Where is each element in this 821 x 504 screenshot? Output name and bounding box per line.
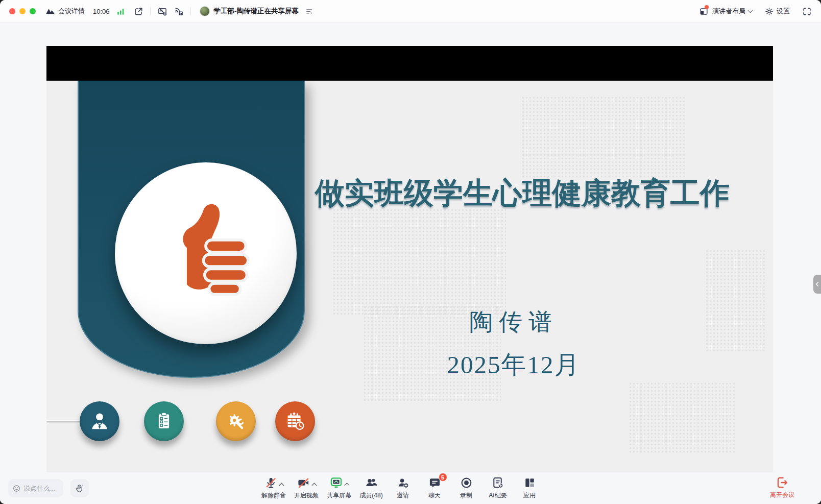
invite-label: 邀请 (397, 491, 409, 500)
share-screen-button[interactable]: 共享屏幕 (327, 476, 351, 500)
toolbar-center-buttons: 解除静音 开启视频 共享屏幕 成员(48) (261, 476, 541, 500)
smiley-icon[interactable] (12, 484, 21, 493)
raise-hand-icon (75, 483, 85, 493)
members-label: 成员(48) (359, 491, 382, 500)
apps-label: 应用 (523, 491, 536, 500)
gear-wrench-icon (224, 410, 248, 433)
invite-icon (397, 476, 409, 489)
quick-message-box[interactable] (8, 479, 63, 497)
record-icon (460, 476, 473, 489)
sharing-status-text: 学工部-陶传谱正在共享屏幕 (214, 7, 299, 16)
slide-title: 做实班级学生心理健康教育工作 (315, 174, 730, 213)
person-icon (88, 410, 111, 433)
leave-meeting-button[interactable]: 离开会议 (766, 476, 799, 499)
leave-meeting-label: 离开会议 (770, 491, 794, 499)
worldmap-dot-pattern (629, 382, 736, 453)
calendar-clock-icon (283, 410, 307, 433)
members-button[interactable]: 成员(48) (359, 476, 383, 500)
chat-button[interactable]: 5 聊天 (423, 476, 446, 500)
network-signal-icon (116, 7, 126, 16)
worldmap-dot-pattern (332, 208, 506, 316)
thumbs-up-icon (150, 198, 261, 309)
fullscreen-icon[interactable] (802, 7, 812, 16)
leave-meeting-icon (776, 476, 789, 489)
gear-icon (764, 7, 774, 16)
share-screen-label: 共享屏幕 (327, 491, 351, 500)
close-window-button[interactable] (9, 8, 15, 14)
meeting-timer: 10:06 (93, 8, 110, 15)
share-options-chevron[interactable] (344, 483, 349, 488)
person-feature-badge (80, 401, 119, 441)
ai-minutes-label: AI纪要 (489, 491, 506, 500)
apps-button[interactable]: 应用 (518, 476, 541, 500)
worldmap-dot-pattern (521, 96, 685, 178)
unmute-button[interactable]: 解除静音 (261, 476, 286, 500)
meeting-details-button[interactable]: 会议详情 (45, 6, 85, 17)
screen-share-icon (330, 476, 343, 489)
zoom-window-button[interactable] (30, 8, 36, 14)
chevron-down-icon (748, 8, 753, 13)
titlebar-divider (150, 7, 151, 15)
layout-label: 演讲者布局 (712, 7, 745, 16)
meeting-toolbar: 解除静音 开启视频 共享屏幕 成员(48) (0, 472, 821, 504)
settings-button[interactable]: 设置 (764, 7, 790, 16)
invite-button[interactable]: 邀请 (391, 476, 415, 500)
chat-unread-badge: 5 (439, 473, 447, 482)
chat-label: 聊天 (428, 491, 441, 500)
shared-screen-stage: 做实班级学生心理健康教育工作 陶传谱 2025年12月 (0, 23, 821, 504)
translation-caption-icon[interactable] (174, 6, 184, 16)
message-input[interactable] (23, 485, 59, 492)
collapse-panel-tab[interactable] (813, 275, 821, 294)
meeting-window: 会议详情 10:06 学工部-陶传谱正在共享屏幕 演讲者布局 设置 (0, 0, 821, 504)
ai-minutes-button[interactable]: AI纪要 (486, 476, 510, 500)
gear-wrench-feature-badge (216, 401, 256, 441)
start-video-label: 开启视频 (294, 491, 319, 500)
pop-out-window-icon[interactable] (134, 7, 143, 16)
checklist-icon (153, 410, 175, 433)
unmute-options-chevron[interactable] (279, 483, 284, 488)
slide-presenter-name: 陶传谱 (404, 306, 623, 338)
sharing-details-icon[interactable] (305, 7, 314, 16)
layout-notification-dot (705, 5, 709, 9)
camera-off-icon (297, 476, 310, 489)
app-logo-icon (45, 6, 56, 17)
checklist-feature-badge (144, 401, 184, 441)
unmute-label: 解除静音 (261, 491, 286, 500)
start-video-button[interactable]: 开启视频 (294, 476, 319, 500)
calendar-clock-feature-badge (275, 401, 315, 441)
apps-grid-icon (523, 476, 536, 489)
window-titlebar: 会议详情 10:06 学工部-陶传谱正在共享屏幕 演讲者布局 设置 (0, 0, 821, 23)
video-options-chevron[interactable] (311, 483, 317, 488)
record-label: 录制 (460, 491, 472, 500)
settings-label: 设置 (777, 7, 790, 16)
layout-selector-button[interactable]: 演讲者布局 (699, 7, 752, 16)
titlebar-divider (190, 7, 191, 15)
presenter-avatar (200, 6, 210, 16)
captions-off-icon[interactable] (157, 6, 167, 16)
record-button[interactable]: 录制 (454, 476, 478, 500)
microphone-muted-icon (264, 476, 277, 489)
meeting-details-label: 会议详情 (58, 7, 85, 16)
minimize-window-button[interactable] (19, 8, 26, 14)
presentation-slide: 做实班级学生心理健康教育工作 陶传谱 2025年12月 (46, 81, 773, 489)
worldmap-dot-pattern (705, 249, 766, 351)
share-letterbox-top (46, 46, 773, 81)
traffic-lights (9, 8, 36, 14)
chevron-left-icon (815, 282, 819, 286)
ai-minutes-icon (492, 476, 504, 489)
thumbs-up-medallion (115, 162, 297, 344)
members-icon (365, 476, 378, 489)
raise-hand-button[interactable] (70, 479, 89, 497)
slide-date: 2025年12月 (404, 348, 623, 382)
